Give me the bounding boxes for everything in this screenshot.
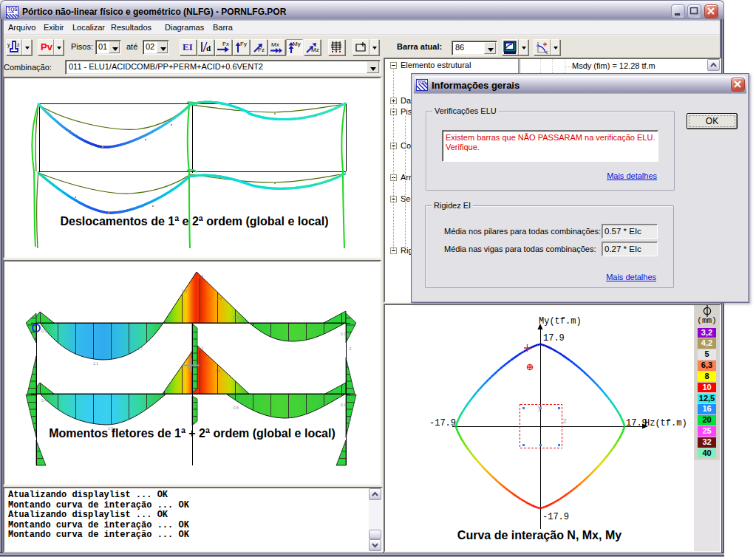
svg-text:0.9: 0.9 (182, 289, 187, 293)
svg-text:0.4: 0.4 (41, 398, 47, 403)
svg-text:y: y (7, 42, 10, 48)
svg-text:Deslocamentos de 1ª e 2ª ordem: Deslocamentos de 1ª e 2ª ordem (global e… (60, 215, 328, 228)
svg-text:0.5: 0.5 (41, 329, 47, 333)
svg-text:d: d (206, 44, 211, 52)
svg-text:Momentos fletores de 1ª + 2ª o: Momentos fletores de 1ª + 2ª ordem (glob… (49, 427, 335, 440)
svg-text:1.1: 1.1 (93, 361, 98, 366)
svg-text:TQS: TQS (7, 7, 18, 13)
svg-text:My: My (293, 41, 301, 47)
svg-text:1.4: 1.4 (198, 274, 203, 278)
svg-text:0.7: 0.7 (137, 346, 143, 351)
svg-text:.2: .2 (348, 346, 351, 351)
svg-text:TQS: TQS (418, 80, 426, 84)
svg-text:z: z (562, 417, 568, 426)
svg-text:1.2: 1.2 (198, 346, 203, 351)
svg-text:Fy: Fy (240, 41, 247, 47)
svg-text:0.3: 0.3 (341, 332, 346, 336)
svg-text:Fx: Fx (222, 41, 229, 47)
svg-text:My(tf.m): My(tf.m) (539, 316, 582, 327)
svg-text:-17.9: -17.9 (542, 512, 569, 522)
svg-text:y: y (537, 403, 542, 412)
svg-text:0.8: 0.8 (217, 296, 222, 301)
svg-text:0.3: 0.3 (234, 315, 239, 320)
svg-text:-17.9: -17.9 (429, 418, 456, 428)
svg-text:0.6: 0.6 (215, 369, 220, 373)
svg-text:Curva de interação N, Mx, My: Curva de interação N, Mx, My (457, 529, 622, 541)
svg-text:17.9: 17.9 (543, 333, 565, 344)
svg-text:Mx: Mx (271, 41, 279, 48)
svg-text:Hz(tf.m): Hz(tf.m) (644, 418, 687, 428)
svg-text:0.4: 0.4 (341, 403, 346, 407)
svg-text:z: z (17, 42, 20, 47)
svg-text:.3: .3 (348, 417, 351, 422)
svg-text:0.5: 0.5 (234, 406, 239, 410)
